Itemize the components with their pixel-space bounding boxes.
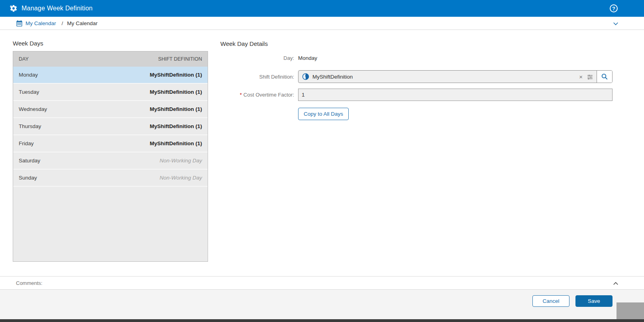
table-row[interactable]: Friday MyShiftDefinition (1) xyxy=(13,134,208,152)
clear-icon[interactable]: × xyxy=(576,73,586,80)
save-button[interactable]: Save xyxy=(575,295,613,307)
week-day-details-heading: Week Day Details xyxy=(220,40,268,47)
shift-clock-icon xyxy=(302,73,309,80)
breadcrumb-link-my-calendar[interactable]: My Calendar xyxy=(26,20,56,26)
shift-definition-value: MyShiftDefinition xyxy=(312,74,576,80)
shift-definition-cell: MyShiftDefinition (1) xyxy=(150,106,202,112)
shift-definition-label: Shift Definition: xyxy=(220,74,294,80)
table-row[interactable]: Saturday Non-Working Day xyxy=(13,152,208,169)
week-days-table: DAY SHIFT DEFINITION Monday MyShiftDefin… xyxy=(13,51,208,262)
page-title: Manage Week Definition xyxy=(22,5,92,12)
app-header: Manage Week Definition ? xyxy=(0,0,644,17)
day-cell: Wednesday xyxy=(19,106,47,112)
screen-artifact-overlay xyxy=(617,302,644,319)
day-cell: Sunday xyxy=(19,175,37,181)
day-value: Monday xyxy=(298,55,317,61)
manage-week-definition-page: Manage Week Definition ? My Calendar / M… xyxy=(0,0,644,322)
column-header-shift-definition: SHIFT DEFINITION xyxy=(158,56,202,62)
action-footer: Cancel Save xyxy=(0,290,644,319)
day-cell: Monday xyxy=(19,72,38,78)
cancel-button[interactable]: Cancel xyxy=(532,295,569,307)
shift-definition-cell: Non-Working Day xyxy=(159,158,202,164)
comments-label: Comments: xyxy=(16,280,42,286)
shift-definition-field[interactable]: MyShiftDefinition × xyxy=(298,70,613,83)
tune-icon[interactable] xyxy=(586,73,597,80)
table-empty-area xyxy=(13,186,208,261)
week-days-heading: Week Days xyxy=(13,40,43,47)
day-cell: Saturday xyxy=(19,158,40,164)
day-cell: Tuesday xyxy=(19,89,39,95)
table-row[interactable]: Thursday MyShiftDefinition (1) xyxy=(13,117,208,134)
column-header-day: DAY xyxy=(19,56,29,62)
table-row[interactable]: Monday MyShiftDefinition (1) xyxy=(13,67,208,83)
chevron-down-icon[interactable] xyxy=(612,20,619,29)
cost-overtime-factor-label: *Cost Overtime Factor: xyxy=(220,92,294,98)
calendar-icon xyxy=(16,20,23,27)
day-cell: Friday xyxy=(19,140,34,146)
cost-overtime-factor-input[interactable] xyxy=(298,89,613,101)
shift-definition-cell: MyShiftDefinition (1) xyxy=(150,89,202,95)
shift-definition-cell: MyShiftDefinition (1) xyxy=(150,140,202,146)
comments-section[interactable]: Comments: xyxy=(0,276,644,290)
cost-overtime-factor-row: *Cost Overtime Factor: xyxy=(220,89,613,101)
day-cell: Thursday xyxy=(19,123,41,129)
shift-definition-row: Shift Definition: MyShiftDefinition × xyxy=(220,70,613,83)
copy-to-all-days-button[interactable]: Copy to All Days xyxy=(298,108,349,120)
breadcrumb-separator: / xyxy=(62,20,63,26)
shift-definition-cell: MyShiftDefinition (1) xyxy=(150,123,202,129)
search-icon[interactable] xyxy=(597,70,612,83)
shift-definition-cell: Non-Working Day xyxy=(159,175,202,181)
chevron-up-icon[interactable] xyxy=(612,280,619,289)
table-row[interactable]: Wednesday MyShiftDefinition (1) xyxy=(13,100,208,117)
bottom-edge-strip xyxy=(0,319,644,322)
breadcrumb: My Calendar / My Calendar xyxy=(0,17,644,30)
breadcrumb-current: My Calendar xyxy=(67,20,98,26)
day-label: Day: xyxy=(220,55,294,61)
day-row: Day: Monday xyxy=(220,55,317,61)
table-header-row: DAY SHIFT DEFINITION xyxy=(13,51,208,67)
gear-icon xyxy=(10,4,18,12)
shift-definition-cell: MyShiftDefinition (1) xyxy=(150,72,202,78)
required-marker: * xyxy=(240,92,242,98)
table-row[interactable]: Tuesday MyShiftDefinition (1) xyxy=(13,83,208,100)
table-row[interactable]: Sunday Non-Working Day xyxy=(13,169,208,186)
help-icon[interactable]: ? xyxy=(610,4,618,12)
